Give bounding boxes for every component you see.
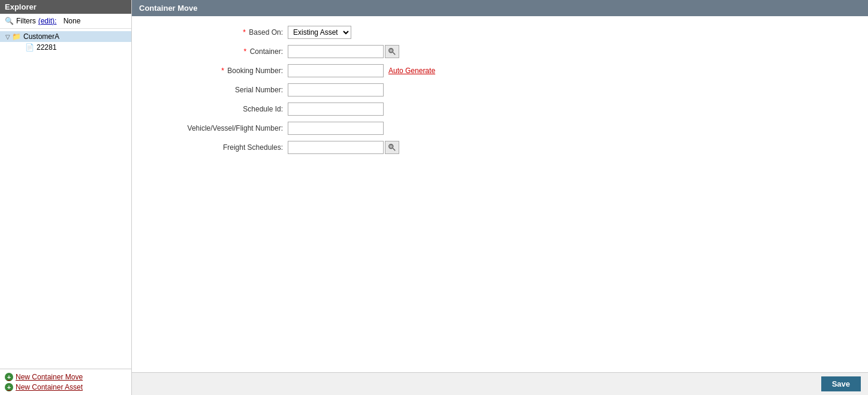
doc-icon: 📄 [25, 43, 34, 52]
panel-title: Container Move [139, 4, 198, 13]
form-area: * Based On: Existing Asset New Asset * C… [132, 16, 868, 372]
container-label: * Container: [144, 47, 288, 56]
tree-label-customerA: CustomerA [23, 32, 59, 41]
add-icon-container-move: + [5, 373, 13, 381]
filters-value: None [64, 17, 81, 25]
new-container-asset-link[interactable]: + New Container Asset [5, 383, 126, 391]
container-search-icon [388, 47, 396, 56]
booking-number-label: * Booking Number: [144, 67, 288, 75]
container-input[interactable] [288, 45, 384, 58]
filters-none [59, 17, 61, 25]
freight-search-icon [388, 143, 396, 152]
tree-label-22281: 22281 [37, 43, 56, 52]
folder-icon: 📁 [12, 32, 21, 41]
sidebar-title: Explorer [5, 2, 37, 11]
tree-item-22281[interactable]: 📄 22281 [0, 42, 131, 53]
freight-schedules-label: Freight Schedules: [144, 143, 288, 152]
sidebar: Explorer 🔍 Filters (edit): None ▽ 📁 Cust… [0, 0, 132, 395]
add-icon-container-asset: + [5, 383, 13, 391]
serial-number-input[interactable] [288, 83, 384, 97]
filters-label: Filters [16, 17, 36, 25]
based-on-label: * Based On: [144, 28, 288, 37]
freight-schedules-input[interactable] [288, 141, 384, 154]
bottom-bar: Save [132, 372, 868, 395]
based-on-row: * Based On: Existing Asset New Asset [144, 26, 856, 39]
schedule-id-label: Schedule Id: [144, 105, 288, 113]
sidebar-filters: 🔍 Filters (edit): None [0, 14, 131, 29]
auto-generate-link[interactable]: Auto Generate [388, 67, 435, 75]
serial-number-row: Serial Number: [144, 83, 856, 97]
required-star-container: * [244, 47, 247, 56]
required-star-booking: * [221, 67, 224, 75]
svg-line-4 [393, 148, 395, 150]
container-row: * Container: [144, 45, 856, 58]
svg-point-5 [390, 146, 393, 148]
required-star-based-on: * [243, 28, 246, 37]
sidebar-tree: ▽ 📁 CustomerA 📄 22281 [0, 29, 131, 369]
booking-number-input[interactable] [288, 64, 384, 77]
vehicle-vessel-label: Vehicle/Vessel/Flight Number: [144, 124, 288, 132]
save-button[interactable]: Save [821, 376, 861, 391]
sidebar-footer: + New Container Move + New Container Ass… [0, 369, 131, 395]
schedule-id-row: Schedule Id: [144, 102, 856, 116]
vehicle-vessel-input[interactable] [288, 122, 384, 135]
schedule-id-input[interactable] [288, 102, 384, 116]
filters-edit-link[interactable]: (edit): [38, 17, 57, 25]
new-container-asset-label: New Container Asset [16, 383, 83, 391]
svg-point-3 [389, 144, 393, 149]
serial-number-label: Serial Number: [144, 86, 288, 94]
svg-point-2 [390, 50, 393, 52]
tree-toggle-customerA[interactable]: ▽ [4, 34, 12, 40]
based-on-select[interactable]: Existing Asset New Asset [288, 26, 351, 39]
sidebar-header: Explorer [0, 0, 131, 14]
panel-header: Container Move [132, 0, 868, 16]
svg-line-1 [393, 52, 395, 55]
freight-schedules-search-button[interactable] [385, 141, 399, 154]
main-content: Container Move * Based On: Existing Asse… [132, 0, 868, 395]
new-container-move-link[interactable]: + New Container Move [5, 373, 126, 381]
new-container-move-label: New Container Move [16, 373, 83, 381]
tree-item-customerA[interactable]: ▽ 📁 CustomerA [0, 31, 131, 42]
booking-number-row: * Booking Number: Auto Generate [144, 64, 856, 77]
svg-point-0 [389, 49, 393, 53]
search-icon: 🔍 [5, 17, 14, 25]
container-search-button[interactable] [385, 45, 399, 58]
freight-schedules-row: Freight Schedules: [144, 141, 856, 154]
vehicle-vessel-row: Vehicle/Vessel/Flight Number: [144, 122, 856, 135]
